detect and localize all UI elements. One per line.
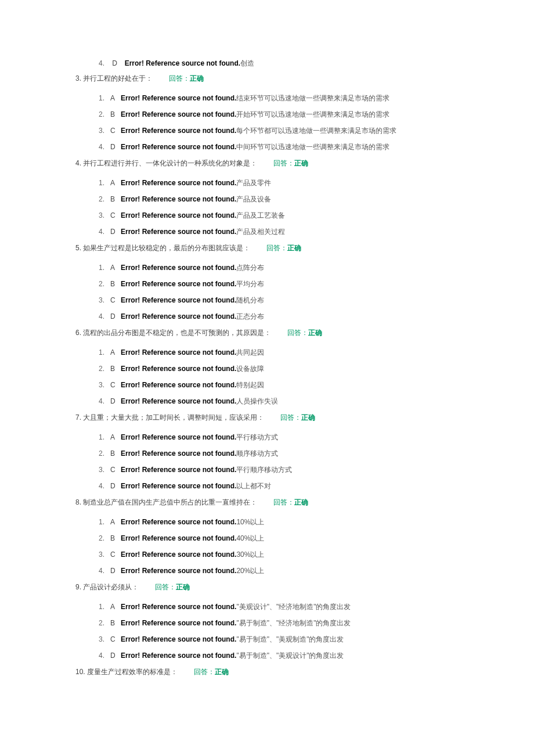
- question-text: 产品设计必须从：: [83, 583, 139, 591]
- option-letter: D: [110, 650, 121, 661]
- orphan-option: 4. D Error! Reference source not found.创…: [99, 58, 459, 69]
- option-number: 3.: [99, 465, 110, 475]
- option-letter: B: [110, 448, 121, 459]
- question-number: 10.: [75, 668, 85, 676]
- question-line: 7. 大且重；大量大批；加工时间长，调整时间短，应该采用：回答：正确: [75, 412, 459, 423]
- error-text: Error! Reference source not found.: [121, 433, 236, 441]
- option-number: 3.: [99, 549, 110, 560]
- option-letter: D: [110, 226, 121, 237]
- option-item: 2.BError! Reference source not found.顺序移…: [99, 448, 459, 459]
- error-text: Error! Reference source not found.: [121, 635, 236, 643]
- option-content: 特别起因: [236, 381, 264, 389]
- option-item: 2.BError! Reference source not found.40%…: [99, 533, 459, 543]
- option-item: 1.AError! Reference source not found."美观…: [99, 602, 459, 612]
- error-text: Error! Reference source not found.: [121, 619, 236, 627]
- option-item: 1.AError! Reference source not found.共同起…: [99, 347, 459, 358]
- option-letter: C: [110, 125, 121, 136]
- option-content: 30%以上: [236, 550, 264, 559]
- option-item: 3.CError! Reference source not found.产品及…: [99, 210, 459, 221]
- option-item: 1.AError! Reference source not found.平行移…: [99, 432, 459, 442]
- option-number: 4.: [99, 650, 110, 661]
- options-list: 1.AError! Reference source not found.共同起…: [75, 347, 459, 406]
- error-text: Error! Reference source not found.: [121, 365, 236, 373]
- option-number: 1.: [99, 432, 110, 442]
- option-content: 以上都不对: [236, 482, 271, 490]
- option-item: 2.BError! Reference source not found.设备故…: [99, 363, 459, 374]
- error-text: Error! Reference source not found.: [121, 348, 236, 357]
- question-line: 6. 流程的出品分布图是不稳定的，也是不可预测的，其原因是：回答：正确: [75, 327, 459, 338]
- option-content: "易于制造"、"美观设计"的角度出发: [236, 651, 344, 660]
- error-text: Error! Reference source not found.: [121, 550, 236, 559]
- error-text: Error! Reference source not found.: [121, 179, 236, 187]
- option-number: 1.: [99, 347, 110, 358]
- error-text: Error! Reference source not found.: [125, 59, 240, 67]
- question-line: 9. 产品设计必须从：回答：正确: [75, 582, 459, 592]
- option-content: "易于制造"、"美观制造"的角度出发: [236, 635, 344, 643]
- answer-label: 回答：: [169, 74, 190, 82]
- option-content: 结束环节可以迅速地做一些调整来满足市场的需求: [236, 94, 389, 102]
- answer-label: 回答：: [155, 583, 176, 591]
- option-item: 3.CError! Reference source not found."易于…: [99, 634, 459, 645]
- error-text: Error! Reference source not found.: [121, 211, 236, 219]
- option-letter: D: [110, 396, 121, 406]
- option-letter: B: [110, 363, 121, 374]
- question: 9. 产品设计必须从：回答：正确1.AError! Reference sour…: [75, 582, 459, 661]
- question-number: 3.: [75, 74, 81, 82]
- question: 6. 流程的出品分布图是不稳定的，也是不可预测的，其原因是：回答：正确1.AEr…: [75, 327, 459, 406]
- error-text: Error! Reference source not found.: [121, 482, 236, 490]
- question-text: 如果生产过程是比较稳定的，最后的分布图就应该是：: [83, 244, 250, 252]
- option-number: 1.: [99, 262, 110, 273]
- answer-label: 回答：: [273, 498, 294, 506]
- option-content: 40%以上: [236, 534, 264, 542]
- error-text: Error! Reference source not found.: [121, 381, 236, 389]
- option-item: 3.CError! Reference source not found.每个环…: [99, 125, 459, 136]
- option-item: 1.AError! Reference source not found.结束环…: [99, 93, 459, 103]
- options-list: 1.AError! Reference source not found.产品及…: [75, 178, 459, 237]
- question-line: 4. 并行工程进行并行、一体化设计的一种系统化的对象是：回答：正确: [75, 158, 459, 168]
- question-number: 7.: [75, 413, 81, 422]
- option-number: 2.: [99, 194, 110, 204]
- error-text: Error! Reference source not found.: [121, 127, 236, 135]
- option-number: 1.: [99, 517, 110, 527]
- error-text: Error! Reference source not found.: [121, 651, 236, 660]
- option-content: 平行移动方式: [236, 433, 278, 441]
- question: 3. 并行工程的好处在于：回答：正确1.AError! Reference so…: [75, 73, 459, 152]
- questions-container: 3. 并行工程的好处在于：回答：正确1.AError! Reference so…: [75, 73, 459, 677]
- error-text: Error! Reference source not found.: [121, 518, 236, 526]
- option-number: 1.: [99, 178, 110, 188]
- question-line: 8. 制造业总产值在国内生产总值中所占的比重一直维持在：回答：正确: [75, 497, 459, 507]
- option-number: 4.: [99, 311, 110, 322]
- option-content: 正态分布: [236, 312, 264, 321]
- options-list: 1.AError! Reference source not found.10%…: [75, 517, 459, 576]
- option-content: "美观设计"、"经济地制造"的角度出发: [236, 603, 351, 611]
- option-item: 4.DError! Reference source not found."易于…: [99, 650, 459, 661]
- option-content: 点阵分布: [236, 264, 264, 272]
- option-number: 4.: [99, 481, 110, 491]
- option-item: 2.BError! Reference source not found.平均分…: [99, 279, 459, 289]
- option-item: 2.BError! Reference source not found.产品及…: [99, 194, 459, 204]
- option-item: 4.DError! Reference source not found.以上都…: [99, 481, 459, 491]
- error-text: Error! Reference source not found.: [121, 228, 236, 236]
- option-letter: A: [110, 262, 121, 273]
- option-number: 3.: [99, 295, 110, 305]
- options-list: 1.AError! Reference source not found."美观…: [75, 602, 459, 661]
- option-letter: D: [110, 311, 121, 322]
- question: 8. 制造业总产值在国内生产总值中所占的比重一直维持在：回答：正确1.AErro…: [75, 497, 459, 576]
- option-item: 2.BError! Reference source not found.开始环…: [99, 109, 459, 120]
- answer-label: 回答：: [273, 159, 294, 167]
- options-list: 1.AError! Reference source not found.平行移…: [75, 432, 459, 491]
- error-text: Error! Reference source not found.: [121, 110, 236, 118]
- option-item: 3.CError! Reference source not found.平行顺…: [99, 465, 459, 475]
- question-number: 8.: [75, 498, 81, 506]
- option-letter: D: [110, 566, 121, 576]
- option-content: 开始环节可以迅速地做一些调整来满足市场的需求: [236, 110, 389, 118]
- option-number: 2.: [99, 363, 110, 374]
- option-item: 4.DError! Reference source not found.产品及…: [99, 226, 459, 237]
- option-letter: D: [110, 142, 121, 152]
- error-text: Error! Reference source not found.: [121, 466, 236, 474]
- option-number: 1.: [99, 602, 110, 612]
- option-number: 1.: [99, 93, 110, 103]
- option-letter: A: [110, 602, 121, 612]
- answer-label: 回答：: [280, 413, 301, 422]
- option-content: 创造: [240, 59, 254, 67]
